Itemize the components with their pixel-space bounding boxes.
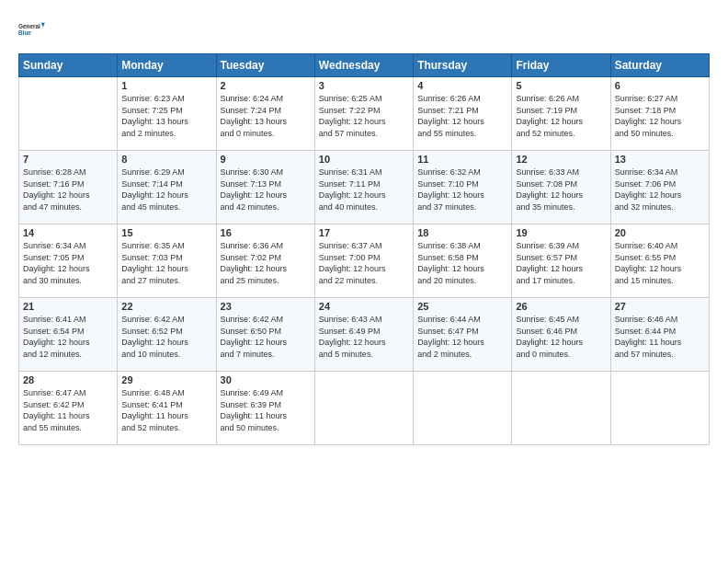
day-number: 30 <box>221 374 311 385</box>
day-number: 8 <box>121 154 211 165</box>
calendar-cell: 8Sunrise: 6:29 AM Sunset: 7:14 PM Daylig… <box>118 151 216 224</box>
calendar-cell <box>19 77 118 151</box>
day-info: Sunrise: 6:35 AM Sunset: 7:03 PM Dayligh… <box>121 240 211 286</box>
day-number: 11 <box>417 154 507 165</box>
svg-text:Blue: Blue <box>18 29 31 36</box>
calendar-cell: 16Sunrise: 6:36 AM Sunset: 7:02 PM Dayli… <box>216 224 314 298</box>
day-info: Sunrise: 6:30 AM Sunset: 7:13 PM Dayligh… <box>221 167 311 213</box>
day-number: 7 <box>23 154 113 165</box>
day-number: 5 <box>516 80 606 91</box>
day-info: Sunrise: 6:48 AM Sunset: 6:41 PM Dayligh… <box>121 387 211 433</box>
calendar-cell: 9Sunrise: 6:30 AM Sunset: 7:13 PM Daylig… <box>216 151 314 224</box>
calendar-cell: 19Sunrise: 6:39 AM Sunset: 6:57 PM Dayli… <box>512 224 610 298</box>
calendar-week-row: 28Sunrise: 6:47 AM Sunset: 6:42 PM Dayli… <box>19 372 710 445</box>
calendar-table: SundayMondayTuesdayWednesdayThursdayFrid… <box>18 53 710 445</box>
day-info: Sunrise: 6:29 AM Sunset: 7:14 PM Dayligh… <box>121 167 211 213</box>
day-info: Sunrise: 6:40 AM Sunset: 6:55 PM Dayligh… <box>615 240 705 286</box>
calendar-cell <box>610 372 709 445</box>
header: GeneralBlue <box>18 15 710 44</box>
day-info: Sunrise: 6:32 AM Sunset: 7:10 PM Dayligh… <box>417 167 507 213</box>
calendar-cell: 30Sunrise: 6:49 AM Sunset: 6:39 PM Dayli… <box>216 372 314 445</box>
day-number: 27 <box>615 301 705 312</box>
day-info: Sunrise: 6:23 AM Sunset: 7:25 PM Dayligh… <box>121 93 211 139</box>
calendar-week-row: 7Sunrise: 6:28 AM Sunset: 7:16 PM Daylig… <box>19 151 710 224</box>
weekday-header: Tuesday <box>216 54 314 77</box>
weekday-header: Friday <box>512 54 610 77</box>
calendar-cell: 11Sunrise: 6:32 AM Sunset: 7:10 PM Dayli… <box>414 151 512 224</box>
day-info: Sunrise: 6:38 AM Sunset: 6:58 PM Dayligh… <box>417 240 507 286</box>
day-info: Sunrise: 6:24 AM Sunset: 7:24 PM Dayligh… <box>221 93 311 139</box>
day-number: 18 <box>417 227 507 238</box>
weekday-header: Saturday <box>610 54 709 77</box>
calendar-cell: 28Sunrise: 6:47 AM Sunset: 6:42 PM Dayli… <box>19 372 118 445</box>
calendar-cell: 21Sunrise: 6:41 AM Sunset: 6:54 PM Dayli… <box>19 298 118 372</box>
calendar-cell <box>314 372 413 445</box>
day-info: Sunrise: 6:33 AM Sunset: 7:08 PM Dayligh… <box>516 167 606 213</box>
calendar-cell <box>414 372 512 445</box>
day-number: 3 <box>319 80 409 91</box>
calendar-cell: 3Sunrise: 6:25 AM Sunset: 7:22 PM Daylig… <box>314 77 413 151</box>
day-info: Sunrise: 6:25 AM Sunset: 7:22 PM Dayligh… <box>319 93 409 139</box>
day-number: 15 <box>121 227 211 238</box>
svg-marker-2 <box>41 23 45 28</box>
calendar-week-row: 21Sunrise: 6:41 AM Sunset: 6:54 PM Dayli… <box>19 298 710 372</box>
day-info: Sunrise: 6:28 AM Sunset: 7:16 PM Dayligh… <box>23 167 113 213</box>
calendar-cell <box>512 372 610 445</box>
calendar-cell: 7Sunrise: 6:28 AM Sunset: 7:16 PM Daylig… <box>19 151 118 224</box>
calendar-cell: 2Sunrise: 6:24 AM Sunset: 7:24 PM Daylig… <box>216 77 314 151</box>
weekday-header: Thursday <box>414 54 512 77</box>
calendar-cell: 14Sunrise: 6:34 AM Sunset: 7:05 PM Dayli… <box>19 224 118 298</box>
calendar-cell: 12Sunrise: 6:33 AM Sunset: 7:08 PM Dayli… <box>512 151 610 224</box>
calendar-cell: 25Sunrise: 6:44 AM Sunset: 6:47 PM Dayli… <box>414 298 512 372</box>
day-number: 21 <box>23 301 113 312</box>
calendar-cell: 15Sunrise: 6:35 AM Sunset: 7:03 PM Dayli… <box>118 224 216 298</box>
calendar-cell: 24Sunrise: 6:43 AM Sunset: 6:49 PM Dayli… <box>314 298 413 372</box>
calendar-cell: 17Sunrise: 6:37 AM Sunset: 7:00 PM Dayli… <box>314 224 413 298</box>
logo-icon: GeneralBlue <box>18 15 48 44</box>
day-info: Sunrise: 6:34 AM Sunset: 7:05 PM Dayligh… <box>23 240 113 286</box>
day-info: Sunrise: 6:49 AM Sunset: 6:39 PM Dayligh… <box>221 387 311 433</box>
day-number: 22 <box>121 301 211 312</box>
weekday-header-row: SundayMondayTuesdayWednesdayThursdayFrid… <box>19 54 710 77</box>
calendar-cell: 5Sunrise: 6:26 AM Sunset: 7:19 PM Daylig… <box>512 77 610 151</box>
calendar-cell: 22Sunrise: 6:42 AM Sunset: 6:52 PM Dayli… <box>118 298 216 372</box>
day-number: 1 <box>121 80 211 91</box>
calendar-cell: 6Sunrise: 6:27 AM Sunset: 7:18 PM Daylig… <box>610 77 709 151</box>
day-number: 14 <box>23 227 113 238</box>
weekday-header: Wednesday <box>314 54 413 77</box>
day-number: 24 <box>319 301 409 312</box>
day-info: Sunrise: 6:46 AM Sunset: 6:44 PM Dayligh… <box>615 314 705 360</box>
day-number: 13 <box>615 154 705 165</box>
day-number: 26 <box>516 301 606 312</box>
day-number: 25 <box>417 301 507 312</box>
calendar-cell: 23Sunrise: 6:42 AM Sunset: 6:50 PM Dayli… <box>216 298 314 372</box>
day-number: 9 <box>221 154 311 165</box>
logo: GeneralBlue <box>18 15 48 44</box>
day-info: Sunrise: 6:43 AM Sunset: 6:49 PM Dayligh… <box>319 314 409 360</box>
day-number: 23 <box>221 301 311 312</box>
calendar-week-row: 14Sunrise: 6:34 AM Sunset: 7:05 PM Dayli… <box>19 224 710 298</box>
calendar-cell: 26Sunrise: 6:45 AM Sunset: 6:46 PM Dayli… <box>512 298 610 372</box>
day-info: Sunrise: 6:39 AM Sunset: 6:57 PM Dayligh… <box>516 240 606 286</box>
day-info: Sunrise: 6:45 AM Sunset: 6:46 PM Dayligh… <box>516 314 606 360</box>
calendar-cell: 10Sunrise: 6:31 AM Sunset: 7:11 PM Dayli… <box>314 151 413 224</box>
day-info: Sunrise: 6:26 AM Sunset: 7:19 PM Dayligh… <box>516 93 606 139</box>
day-number: 19 <box>516 227 606 238</box>
day-number: 12 <box>516 154 606 165</box>
calendar-cell: 29Sunrise: 6:48 AM Sunset: 6:41 PM Dayli… <box>118 372 216 445</box>
day-number: 28 <box>23 374 113 385</box>
day-info: Sunrise: 6:42 AM Sunset: 6:50 PM Dayligh… <box>221 314 311 360</box>
day-number: 4 <box>417 80 507 91</box>
weekday-header: Monday <box>118 54 216 77</box>
calendar-page: GeneralBlue SundayMondayTuesdayWednesday… <box>0 0 728 563</box>
day-info: Sunrise: 6:34 AM Sunset: 7:06 PM Dayligh… <box>615 167 705 213</box>
day-number: 2 <box>221 80 311 91</box>
calendar-week-row: 1Sunrise: 6:23 AM Sunset: 7:25 PM Daylig… <box>19 77 710 151</box>
calendar-cell: 18Sunrise: 6:38 AM Sunset: 6:58 PM Dayli… <box>414 224 512 298</box>
calendar-cell: 20Sunrise: 6:40 AM Sunset: 6:55 PM Dayli… <box>610 224 709 298</box>
day-info: Sunrise: 6:27 AM Sunset: 7:18 PM Dayligh… <box>615 93 705 139</box>
weekday-header: Sunday <box>19 54 118 77</box>
day-info: Sunrise: 6:37 AM Sunset: 7:00 PM Dayligh… <box>319 240 409 286</box>
day-number: 29 <box>121 374 211 385</box>
day-number: 20 <box>615 227 705 238</box>
